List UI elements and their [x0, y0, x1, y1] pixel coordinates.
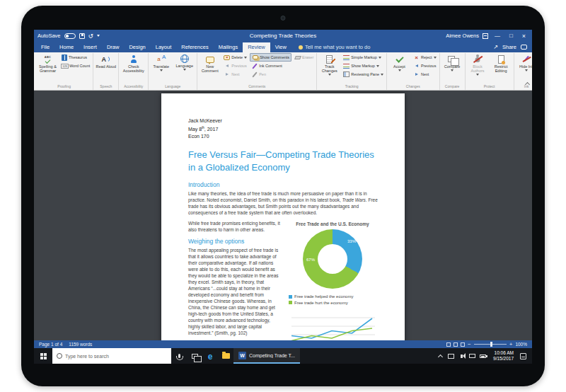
group-name-changes: Changes	[388, 83, 438, 90]
tab-mailings[interactable]: Mailings	[214, 42, 243, 52]
donut-label-blue: 33%	[347, 239, 356, 243]
restrict-editing-button[interactable]: Restrict Editing	[490, 53, 512, 73]
hide-ink-button[interactable]: Hide Ink	[516, 53, 532, 71]
ribbon-group-proofing: Spelling & Grammar Thesaurus Word Count …	[35, 53, 93, 90]
ribbon-group-comments: New Comment Delete Previous Next Show Co…	[197, 53, 317, 90]
compare-button[interactable]: Compare	[441, 53, 463, 71]
file-explorer-button[interactable]	[218, 348, 233, 364]
dropdown-caret-icon	[381, 74, 383, 76]
accessibility-person-icon	[129, 54, 138, 64]
start-button[interactable]	[34, 348, 52, 364]
language-button[interactable]: Language	[173, 53, 195, 71]
track-changes-button[interactable]: Track Changes	[318, 53, 340, 76]
keyboard-tray-button[interactable]	[467, 348, 478, 364]
read-mode-icon[interactable]	[446, 342, 451, 347]
hidden-icons-button[interactable]	[435, 348, 446, 364]
zoom-level[interactable]: 100%	[515, 342, 527, 347]
read-aloud-button[interactable]: Read Aloud	[95, 53, 117, 69]
ribbon-group-tracking: Track Changes Simple Markup Show Markup …	[317, 53, 387, 90]
reviewing-pane-dropdown[interactable]: Reviewing Pane	[342, 70, 385, 79]
tab-draw[interactable]: Draw	[102, 42, 125, 52]
volume-tray-button[interactable]	[456, 348, 467, 364]
zoom-out-button[interactable]: −	[468, 342, 471, 347]
tab-design[interactable]: Design	[124, 42, 150, 52]
restrict-editing-icon	[498, 55, 504, 64]
share-button[interactable]: Share	[502, 44, 516, 50]
new-comment-button[interactable]: New Comment	[199, 53, 221, 73]
word-count-icon	[62, 63, 68, 69]
check-accessibility-button[interactable]: Check Accessibility	[120, 53, 146, 73]
action-center-icon[interactable]	[520, 353, 526, 359]
eraser-button[interactable]: Eraser	[293, 53, 315, 62]
tab-references[interactable]: References	[176, 42, 213, 52]
previous-change-button[interactable]: Previous	[412, 62, 438, 70]
book-icon	[62, 54, 67, 61]
page-indicator[interactable]: Page 1 of 4	[39, 342, 62, 347]
clock-date: 9/15/2017	[493, 356, 514, 362]
ribbon-display-options-icon[interactable]	[483, 33, 488, 39]
tab-review[interactable]: Review	[243, 42, 270, 52]
web-layout-icon[interactable]	[461, 342, 465, 347]
battery-tray-button[interactable]	[478, 348, 488, 364]
word-count-indicator[interactable]: 1159 words	[69, 342, 92, 347]
legend-swatch-green	[289, 301, 292, 304]
delete-comment-button[interactable]: Delete	[222, 53, 248, 62]
quick-access-caret-icon[interactable]	[97, 35, 100, 37]
autosave-toggle[interactable]	[64, 33, 76, 39]
show-markup-dropdown[interactable]: Show Markup	[342, 62, 385, 70]
simple-markup-dropdown[interactable]: Simple Markup	[342, 53, 385, 62]
doc-author: Jack McKeever	[188, 117, 378, 125]
speaker-icon	[461, 354, 463, 358]
taskbar-clock[interactable]: 10:06 AM9/15/2017	[488, 350, 519, 362]
pen-button[interactable]: Pen	[250, 70, 291, 79]
display-tray-button[interactable]	[446, 348, 456, 364]
accept-button[interactable]: Accept	[388, 53, 410, 71]
tab-view[interactable]: View	[270, 42, 291, 52]
save-icon[interactable]	[79, 33, 85, 39]
taskbar-search-box[interactable]: Type here to search	[52, 348, 171, 364]
minimize-button[interactable]: —	[492, 33, 503, 39]
group-name-tracking: Tracking	[318, 83, 385, 90]
display-icon	[448, 354, 454, 359]
zoom-in-button[interactable]: +	[509, 342, 513, 347]
ribbon-group-accessibility: Check Accessibility Accessibility	[119, 53, 149, 90]
zoom-slider[interactable]	[474, 344, 507, 345]
task-view-button[interactable]	[187, 348, 202, 364]
tab-layout[interactable]: Layout	[151, 42, 177, 52]
tell-me-box[interactable]: Tell me what you want to do	[299, 44, 371, 52]
embedded-charts[interactable]: Free Trade and the U.S. Economy 33% 67% …	[287, 220, 378, 340]
zoom-slider-thumb[interactable]	[490, 342, 492, 347]
thesaurus-button[interactable]: Thesaurus	[60, 53, 91, 62]
edge-button[interactable]	[202, 348, 218, 364]
show-comments-button[interactable]: Show Comments	[250, 53, 291, 62]
track-changes-icon	[326, 55, 333, 64]
translate-button[interactable]: Translate	[150, 53, 172, 71]
close-button[interactable]: ×	[519, 33, 529, 40]
tab-insert[interactable]: Insert	[79, 42, 102, 52]
collapse-ribbon-button[interactable]	[524, 81, 530, 87]
tab-file[interactable]: File	[36, 42, 54, 52]
restore-button[interactable]: □	[507, 33, 516, 39]
next-change-button[interactable]: Next	[412, 70, 438, 79]
chart-title: Free Trade and the U.S. Economy	[287, 221, 378, 226]
block-authors-button[interactable]: Block Authors	[467, 53, 489, 76]
reject-button[interactable]: Reject	[412, 53, 438, 62]
document-page[interactable]: Jack McKeever May 8th, 2017 Econ 170 Fre…	[161, 93, 405, 340]
ink-comment-button[interactable]: Ink Comment	[250, 62, 291, 70]
group-name-language: Language	[150, 83, 195, 90]
comments-bubble-icon[interactable]	[521, 45, 527, 50]
previous-comment-button[interactable]: Previous	[222, 62, 248, 70]
line-chart[interactable]	[287, 309, 378, 340]
clock-time: 10:06 AM	[493, 350, 514, 357]
tab-home[interactable]: Home	[54, 42, 79, 52]
undo-icon[interactable]	[88, 33, 94, 39]
next-comment-button[interactable]: Next	[222, 70, 248, 79]
group-name-accessibility: Accessibility	[120, 83, 146, 90]
microphone-button[interactable]	[171, 348, 187, 364]
document-canvas[interactable]: Jack McKeever May 8th, 2017 Econ 170 Fre…	[34, 91, 532, 340]
spelling-grammar-button[interactable]: Spelling & Grammar	[37, 53, 59, 73]
group-name-protect: Protect	[467, 83, 512, 90]
word-count-button[interactable]: Word Count	[60, 62, 91, 70]
taskbar-word-app[interactable]: Competing Trade T...	[233, 348, 300, 364]
print-layout-icon[interactable]	[454, 342, 458, 347]
